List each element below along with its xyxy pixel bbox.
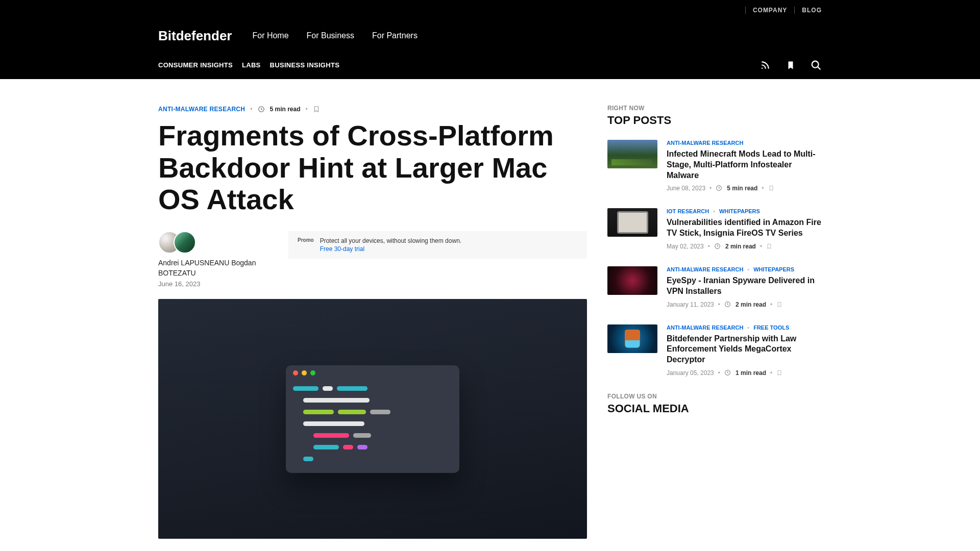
nav-for-business[interactable]: For Business — [307, 31, 354, 40]
post-title[interactable]: EyeSpy - Iranian Spyware Delivered in VP… — [667, 276, 822, 297]
brand-logo-text: Bitdefender — [158, 28, 232, 43]
terminal-illustration — [286, 365, 459, 473]
nav-for-partners[interactable]: For Partners — [372, 31, 418, 40]
post-category[interactable]: WHITEPAPERS — [719, 208, 760, 214]
top-post-item[interactable]: ANTI-MALWARE RESEARCH • FREE TOOLS Bitde… — [607, 324, 822, 377]
post-category[interactable]: IOT RESEARCH — [667, 208, 709, 214]
topbar-blog-link[interactable]: BLOG — [802, 7, 822, 14]
clock-icon — [714, 243, 721, 250]
bookmark-icon[interactable] — [768, 185, 774, 192]
post-thumbnail — [607, 140, 657, 168]
promo-banner[interactable]: Promo Protect all your devices, without … — [288, 231, 587, 259]
post-read-time: 2 min read — [736, 301, 766, 308]
top-post-item[interactable]: ANTI-MALWARE RESEARCH Infected Minecraft… — [607, 140, 822, 192]
article-hero-image — [158, 299, 587, 539]
topbar-company-link[interactable]: COMPANY — [753, 7, 787, 14]
side-kicker-right-now: RIGHT NOW — [607, 105, 822, 112]
top-post-item[interactable]: ANTI-MALWARE RESEARCH • WHITEPAPERS EyeS… — [607, 266, 822, 308]
nav-for-home[interactable]: For Home — [252, 31, 288, 40]
bookmark-icon[interactable] — [313, 105, 320, 114]
meta-separator-dot: • — [250, 106, 252, 113]
post-thumbnail — [607, 266, 657, 295]
cat-consumer-insights[interactable]: CONSUMER INSIGHTS — [158, 61, 233, 69]
brand-logo[interactable]: Bitdefender — [158, 28, 232, 44]
clock-icon — [716, 185, 723, 192]
svg-line-2 — [818, 66, 821, 69]
post-title[interactable]: Bitdefender Partnership with Law Enforce… — [667, 334, 822, 365]
side-kicker-follow: FOLLOW US ON — [607, 393, 822, 400]
post-category[interactable]: WHITEPAPERS — [753, 266, 794, 272]
svg-point-0 — [762, 67, 763, 69]
promo-text: Protect all your devices, without slowin… — [320, 237, 461, 244]
article-title: Fragments of Cross-Platform Backdoor Hin… — [158, 120, 577, 216]
post-category[interactable]: ANTI-MALWARE RESEARCH — [667, 266, 743, 272]
post-category[interactable]: ANTI-MALWARE RESEARCH — [667, 324, 743, 331]
post-date: January 05, 2023 — [667, 369, 714, 377]
clock-icon — [724, 301, 731, 308]
clock-icon — [724, 369, 731, 377]
post-title[interactable]: Infected Minecraft Mods Lead to Multi-St… — [667, 149, 822, 181]
bookmark-icon[interactable] — [766, 243, 772, 250]
cat-business-insights[interactable]: BUSINESS INSIGHTS — [270, 61, 340, 69]
top-post-item[interactable]: IOT RESEARCH • WHITEPAPERS Vulnerabiliti… — [607, 208, 822, 250]
side-heading-social: SOCIAL MEDIA — [607, 402, 822, 415]
cat-labs[interactable]: LABS — [242, 61, 261, 69]
bookmark-icon[interactable] — [776, 369, 782, 377]
post-category[interactable]: ANTI-MALWARE RESEARCH — [667, 140, 743, 146]
article-date: June 16, 2023 — [158, 280, 276, 288]
bookmark-icon[interactable] — [776, 301, 782, 308]
author-avatars — [158, 231, 276, 254]
post-thumbnail — [607, 208, 657, 237]
side-heading-top-posts: TOP POSTS — [607, 114, 822, 127]
post-thumbnail — [607, 324, 657, 353]
clock-icon — [258, 106, 265, 113]
post-read-time: 1 min read — [736, 369, 766, 377]
meta-separator-dot: • — [306, 106, 308, 113]
post-read-time: 5 min read — [727, 185, 757, 192]
post-read-time: 2 min read — [725, 243, 756, 250]
post-title[interactable]: Vulnerabilities identified in Amazon Fir… — [667, 217, 822, 239]
promo-link[interactable]: Free 30-day trial — [320, 245, 461, 253]
article-read-time: 5 min read — [270, 106, 301, 113]
bookmarks-icon[interactable] — [785, 60, 796, 71]
post-category[interactable]: FREE TOOLS — [753, 324, 789, 331]
search-icon[interactable] — [811, 60, 822, 71]
avatar[interactable] — [174, 231, 196, 254]
svg-point-1 — [812, 61, 819, 67]
promo-tag: Promo — [298, 237, 314, 243]
article-category-link[interactable]: ANTI-MALWARE RESEARCH — [158, 106, 245, 113]
post-date: January 11, 2023 — [667, 301, 714, 308]
post-date: June 08, 2023 — [667, 185, 705, 192]
rss-icon[interactable] — [760, 60, 771, 71]
post-date: May 02, 2023 — [667, 243, 704, 250]
author-names[interactable]: Andrei LAPUSNEANU Bogdan BOTEZATU — [158, 258, 276, 278]
